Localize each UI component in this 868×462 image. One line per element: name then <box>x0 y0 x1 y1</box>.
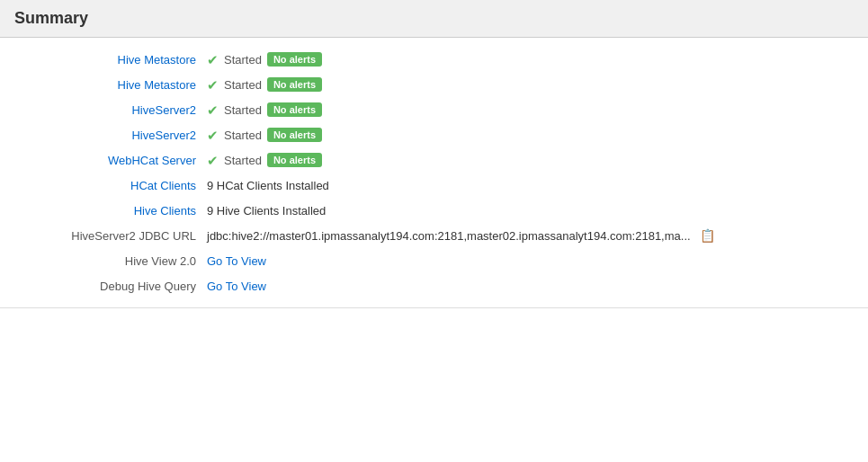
no-alerts-badge: No alerts <box>267 128 322 142</box>
row-value-hive-view: Go To View <box>207 254 868 268</box>
check-icon: ✔ <box>207 78 219 92</box>
row-value-hive-clients: 9 Hive Clients Installed <box>207 204 868 218</box>
table-row: Debug Hive QueryGo To View <box>0 273 868 298</box>
table-row: HiveServer2✔StartedNo alerts <box>0 97 868 122</box>
summary-title: Summary <box>14 9 88 27</box>
status-text: Started <box>224 103 262 117</box>
status-text: Started <box>224 53 262 67</box>
row-label-debug-hive-query: Debug Hive Query <box>100 280 196 293</box>
service-link-hiveserver2-2[interactable]: HiveServer2 <box>131 129 196 142</box>
copy-icon[interactable]: 📋 <box>700 228 715 243</box>
check-icon: ✔ <box>207 129 219 142</box>
table-row: WebHCat Server✔StartedNo alerts <box>0 147 868 173</box>
check-icon: ✔ <box>207 103 219 117</box>
row-value-debug-hive-query: Go To View <box>207 280 868 293</box>
plain-text-hiveserver2-jdbc: jdbc:hive2://master01.ipmassanalyt194.co… <box>207 229 691 243</box>
service-link-hiveserver2-1[interactable]: HiveServer2 <box>131 103 196 117</box>
plain-text-hcat-clients: 9 HCat Clients Installed <box>207 179 329 192</box>
table-row: Hive Metastore✔StartedNo alerts <box>0 47 868 72</box>
row-value-hiveserver2-1: ✔StartedNo alerts <box>207 102 868 117</box>
service-link-hive-metastore-1[interactable]: Hive Metastore <box>118 53 196 67</box>
no-alerts-badge: No alerts <box>267 77 322 92</box>
row-value-hcat-clients: 9 HCat Clients Installed <box>207 179 868 192</box>
view-link-debug-hive-query[interactable]: Go To View <box>207 280 266 293</box>
no-alerts-badge: No alerts <box>267 102 322 117</box>
table-row: Hive View 2.0Go To View <box>0 248 868 273</box>
table-row: HiveServer2✔StartedNo alerts <box>0 122 868 147</box>
service-link-hive-clients[interactable]: Hive Clients <box>134 204 196 218</box>
table-row: HCat Clients9 HCat Clients Installed <box>0 173 868 198</box>
status-text: Started <box>224 129 262 142</box>
service-link-webhcat-server[interactable]: WebHCat Server <box>108 154 196 167</box>
row-value-hiveserver2-jdbc: jdbc:hive2://master01.ipmassanalyt194.co… <box>207 228 868 243</box>
status-text: Started <box>224 78 262 92</box>
summary-header: Summary <box>0 0 868 38</box>
table-row: Hive Clients9 Hive Clients Installed <box>0 198 868 223</box>
check-icon: ✔ <box>207 53 219 67</box>
no-alerts-badge: No alerts <box>267 52 322 67</box>
row-value-webhcat-server: ✔StartedNo alerts <box>207 153 868 167</box>
plain-text-hive-clients: 9 Hive Clients Installed <box>207 204 326 218</box>
service-link-hcat-clients[interactable]: HCat Clients <box>130 179 196 192</box>
row-label-hiveserver2-jdbc: HiveServer2 JDBC URL <box>71 229 196 243</box>
row-value-hive-metastore-2: ✔StartedNo alerts <box>207 77 868 92</box>
table-row: HiveServer2 JDBC URLjdbc:hive2://master0… <box>0 223 868 248</box>
row-label-hive-view: Hive View 2.0 <box>125 254 196 268</box>
no-alerts-badge: No alerts <box>267 153 322 167</box>
table-row: Hive Metastore✔StartedNo alerts <box>0 72 868 97</box>
service-link-hive-metastore-2[interactable]: Hive Metastore <box>118 78 196 92</box>
row-value-hive-metastore-1: ✔StartedNo alerts <box>207 52 868 67</box>
status-text: Started <box>224 154 262 167</box>
row-value-hiveserver2-2: ✔StartedNo alerts <box>207 128 868 142</box>
summary-body: Hive Metastore✔StartedNo alertsHive Meta… <box>0 38 868 308</box>
summary-panel: Summary Hive Metastore✔StartedNo alertsH… <box>0 0 868 308</box>
view-link-hive-view[interactable]: Go To View <box>207 254 266 268</box>
check-icon: ✔ <box>207 154 219 167</box>
